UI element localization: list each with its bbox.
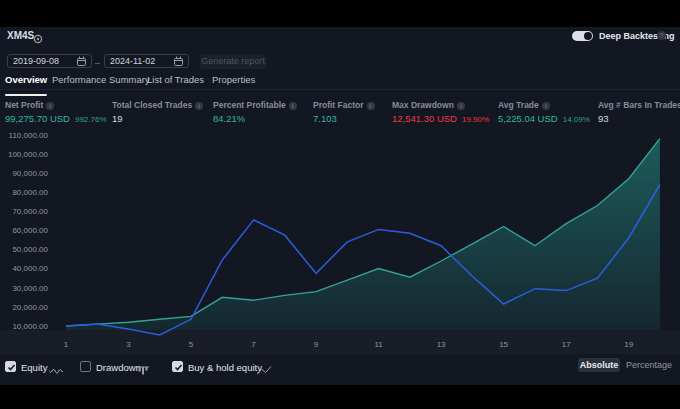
date-from-input[interactable]: 2019-09-08 [7,54,92,68]
y-axis-label: 20,000.00 [0,303,48,312]
info-icon[interactable]: i [367,102,375,110]
stat-value: 7.103 [313,113,337,124]
y-axis-label: 70,000.00 [0,207,48,216]
stat-label: Net Profit [5,100,43,110]
x-axis-label: 13 [431,340,451,349]
y-axis-label: 10,000.00 [0,322,48,331]
y-axis-label: 80,000.00 [0,188,48,197]
x-axis-label: 1 [56,340,76,349]
strategy-name: XM4S [7,30,34,41]
equity-chart: 110,000.00100,000.0090,000.0080,000.0070… [0,128,680,354]
x-axis-label: 19 [619,340,639,349]
buy-hold-equity-checkbox[interactable] [172,361,183,372]
stat-total-closed-trades: Total Closed Tradesi 19 [112,100,203,124]
y-axis-label: 90,000.00 [0,169,48,178]
absolute-mode-button[interactable]: Absolute [578,358,620,372]
x-axis-label: 7 [244,340,264,349]
stat-value: 19 [112,113,123,124]
stat-label: Max Drawdown [392,100,454,110]
equity-legend-label: Equity [21,362,47,373]
deep-backtesting-toggle[interactable] [572,31,593,41]
x-axis-label: 11 [369,340,389,349]
date-to-input[interactable]: 2024-11-02 [104,54,189,68]
drawdown-checkbox[interactable] [80,361,91,372]
equity-curve-plot [0,128,680,354]
stat-percent: 992.76% [75,115,107,124]
buy-hold-line-icon [257,362,272,380]
stat-label: Percent Profitable [213,100,286,110]
stat-avg-trade: Avg Tradei 5,225.04 USD14.09% [498,100,590,124]
info-icon[interactable]: i [46,102,54,110]
date-range-separator: – [95,58,100,68]
stat-value: 12,541.30 USD [392,113,457,124]
date-to-value: 2024-11-02 [110,56,174,66]
stat-value: 84.21% [213,113,245,124]
info-icon[interactable]: i [289,102,297,110]
stat-value: 99,275.70 USD [5,113,70,124]
settings-icon[interactable] [33,30,43,40]
stat-percent: 14.09% [563,115,590,124]
info-icon[interactable]: i [195,102,203,110]
equity-checkbox[interactable] [5,361,16,372]
stat-net-profit: Net Profiti 99,275.70 USD992.76% [5,100,107,124]
stat-label: Avg # Bars In Trades [598,100,680,110]
drawdown-legend-label: Drawdown [96,362,141,373]
question-mark-icon[interactable]: ? [657,31,666,40]
backtesting-panel-screen: XM4S Deep Backtesting ? 2019-09-08 – 202… [0,0,680,409]
info-icon[interactable]: i [457,102,465,110]
x-axis-label: 17 [556,340,576,349]
y-axis-label: 60,000.00 [0,226,48,235]
x-axis-label: 15 [494,340,514,349]
stat-value: 5,225.04 USD [498,113,558,124]
x-axis-label: 5 [181,340,201,349]
info-icon[interactable]: i [542,102,550,110]
stat-label: Total Closed Trades [112,100,192,110]
y-axis-label: 50,000.00 [0,245,48,254]
y-axis-label: 30,000.00 [0,284,48,293]
y-axis-label: 100,000.00 [0,150,48,159]
stat-percent-profitable: Percent Profitablei 84.21% [213,100,297,124]
drawdown-bars-icon [137,362,150,380]
tab-performance-summary[interactable]: Performance Summary [52,74,150,85]
stat-value: 93 [598,113,609,124]
tab-overview[interactable]: Overview [5,74,47,85]
stat-avg-bars-in-trades: Avg # Bars In Tradesi 93 [598,100,680,124]
calendar-icon [77,56,86,66]
stat-max-drawdown: Max Drawdowni 12,541.30 USD19.90% [392,100,489,124]
tab-properties[interactable]: Properties [212,74,255,85]
y-axis-label: 110,000.00 [0,131,48,140]
equity-wave-icon [49,362,64,380]
stat-profit-factor: Profit Factori 7.103 [313,100,375,124]
x-axis-label: 9 [306,340,326,349]
buy-hold-area [66,139,660,330]
tab-list-of-trades[interactable]: List of Trades [147,74,204,85]
date-from-value: 2019-09-08 [13,56,77,66]
stat-label: Profit Factor [313,100,364,110]
stat-percent: 19.90% [462,115,489,124]
y-axis-label: 40,000.00 [0,264,48,273]
buy-hold-legend-label: Buy & hold equity [188,362,262,373]
report-tabs: Overview Performance Summary List of Tra… [0,74,680,90]
x-axis-label: 3 [119,340,139,349]
toggle-knob [584,32,592,40]
generate-report-button[interactable]: Generate report [200,54,266,69]
calendar-icon [174,56,183,66]
stat-label: Avg Trade [498,100,539,110]
percentage-mode-button[interactable]: Percentage [623,358,675,372]
